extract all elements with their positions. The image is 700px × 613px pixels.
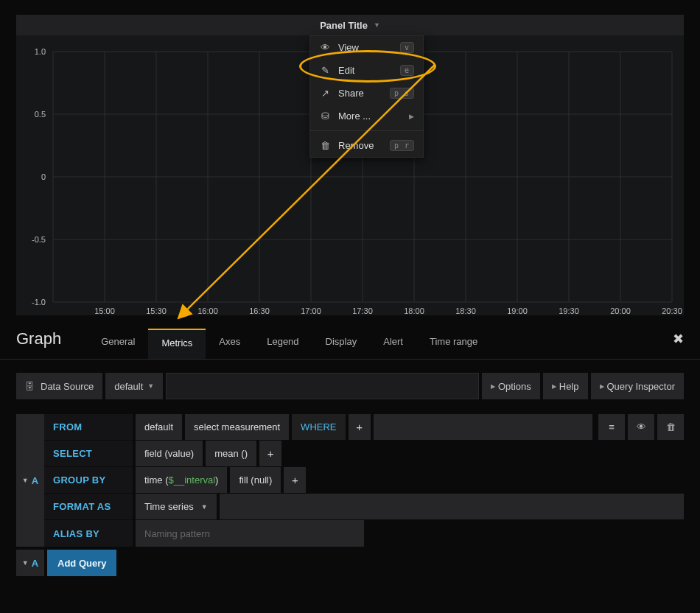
panel-title: Panel Title [320, 20, 368, 31]
query-editor: 🗄 Data Source default ▼ ▶ Options ▶ Help… [0, 360, 700, 589]
query-row-select: SELECT field (value) mean () + [44, 441, 684, 467]
menu-remove[interactable]: 🗑 Remove p r [310, 134, 423, 157]
menu-more-label: More ... [338, 111, 409, 122]
chevron-down-icon: ▼ [147, 382, 154, 390]
groupby-time-suffix: ) [215, 474, 218, 486]
from-key: FROM [44, 414, 133, 440]
svg-text:0: 0 [41, 172, 46, 181]
query-text-area[interactable] [166, 373, 479, 399]
svg-text:17:00: 17:00 [301, 306, 321, 315]
svg-text:18:30: 18:30 [455, 306, 476, 315]
alias-input[interactable] [144, 528, 355, 539]
svg-text:15:00: 15:00 [94, 306, 115, 315]
svg-text:-0.5: -0.5 [32, 235, 46, 244]
select-field[interactable]: field (value) [136, 441, 203, 466]
datasource-bar: 🗄 Data Source default ▼ ▶ Options ▶ Help… [16, 373, 684, 399]
cube-icon: ⛁ [319, 111, 331, 122]
select-agg[interactable]: mean () [206, 441, 256, 466]
svg-text:-1.0: -1.0 [32, 298, 46, 306]
kbd-remove: p r [390, 140, 414, 151]
menu-separator [310, 130, 423, 131]
addquery-collapse-toggle[interactable]: ▼ A [16, 550, 44, 576]
svg-text:20:30: 20:30 [662, 306, 682, 315]
select-key: SELECT [44, 441, 133, 466]
menu-share[interactable]: ↗ Share p s [310, 82, 423, 105]
kbd-view: v [400, 42, 414, 53]
add-query-button[interactable]: Add Query [47, 550, 116, 576]
menu-edit-label: Edit [338, 65, 400, 76]
options-toggle[interactable]: ▶ Options [482, 373, 540, 399]
svg-text:17:30: 17:30 [352, 306, 373, 315]
svg-text:15:30: 15:30 [146, 306, 167, 315]
query-row-alias: ALIAS BY [44, 520, 684, 547]
query-trash-icon[interactable]: 🗑 [657, 414, 684, 440]
groupby-time-prefix: time ( [144, 474, 169, 486]
tab-axes[interactable]: Axes [206, 329, 253, 359]
groupby-fill[interactable]: fill (null) [230, 467, 281, 493]
menu-edit[interactable]: ✎ Edit e [310, 59, 423, 82]
groupby-add[interactable]: + [284, 467, 306, 493]
groupby-time[interactable]: time ($__interval) [136, 467, 227, 493]
inspector-label: Query Inspector [607, 381, 676, 392]
panel-title-bar[interactable]: Panel Title ▼ [16, 15, 684, 35]
select-add[interactable]: + [259, 441, 281, 466]
addquery-letter: A [32, 558, 38, 569]
eye-icon: 👁 [319, 42, 331, 53]
svg-text:0.5: 0.5 [35, 110, 46, 119]
menu-more[interactable]: ⛁ More ... ▶ [310, 105, 423, 127]
database-icon: 🗄 [25, 381, 35, 392]
trash-icon: 🗑 [319, 140, 331, 151]
tab-alert[interactable]: Alert [370, 329, 416, 359]
add-query-row: ▼ A Add Query [16, 550, 684, 576]
tab-display[interactable]: Display [312, 329, 371, 359]
query-eye-icon[interactable]: 👁 [628, 414, 654, 440]
datasource-label: Data Source [41, 381, 94, 392]
query-inspector-toggle[interactable]: ▶ Query Inspector [591, 373, 685, 399]
close-editor-icon[interactable]: ✖ [673, 331, 684, 357]
share-icon: ↗ [319, 88, 331, 99]
help-toggle[interactable]: ▶ Help [543, 373, 588, 399]
menu-share-label: Share [338, 88, 390, 99]
svg-text:16:30: 16:30 [249, 306, 270, 315]
format-select[interactable]: Time series ▼ [136, 494, 217, 519]
groupby-key: GROUP BY [44, 467, 133, 493]
format-key: FORMAT AS [44, 494, 133, 519]
groupby-time-var: $__interval [169, 474, 216, 486]
chevron-down-icon: ▼ [374, 21, 380, 29]
tab-legend[interactable]: Legend [253, 329, 312, 359]
where-key: WHERE [292, 414, 345, 440]
svg-text:20:00: 20:00 [610, 306, 631, 315]
from-source[interactable]: default [136, 414, 182, 440]
editor-tabs: Graph General Metrics Axes Legend Displa… [0, 315, 700, 360]
tab-general[interactable]: General [88, 329, 148, 359]
query-menu-icon[interactable]: ≡ [598, 414, 625, 440]
svg-text:19:30: 19:30 [559, 306, 579, 315]
kbd-edit: e [400, 65, 414, 76]
query-collapse-toggle[interactable]: ▼ A [16, 414, 44, 547]
menu-remove-label: Remove [338, 140, 390, 151]
datasource-select[interactable]: default ▼ [105, 373, 163, 399]
help-label: Help [559, 381, 579, 392]
chevron-down-icon: ▼ [201, 503, 208, 511]
format-value: Time series [144, 501, 194, 512]
query-row-format: FORMAT AS Time series ▼ [44, 494, 684, 520]
query-row-groupby: GROUP BY time ($__interval) fill (null) … [44, 467, 684, 494]
tab-metrics[interactable]: Metrics [148, 329, 206, 359]
options-label: Options [498, 381, 531, 392]
alias-key: ALIAS BY [44, 520, 133, 547]
where-add[interactable]: + [349, 414, 371, 440]
svg-text:18:00: 18:00 [404, 306, 424, 315]
menu-view[interactable]: 👁 View v [310, 36, 423, 59]
from-measurement[interactable]: select measurement [185, 414, 289, 440]
query-letter: A [32, 475, 38, 486]
panel-menu: 👁 View v ✎ Edit e ↗ Share p s ⛁ More ...… [309, 35, 424, 158]
caret-right-icon: ▶ [552, 383, 556, 390]
svg-text:19:00: 19:00 [507, 306, 528, 315]
panel-type-label: Graph [16, 329, 61, 359]
tab-timerange[interactable]: Time range [416, 329, 491, 359]
query-row-from: FROM default select measurement WHERE + … [44, 414, 684, 441]
edit-icon: ✎ [319, 65, 331, 76]
caret-right-icon: ▶ [491, 383, 495, 390]
format-fill [220, 494, 684, 519]
chevron-down-icon: ▼ [22, 477, 29, 484]
